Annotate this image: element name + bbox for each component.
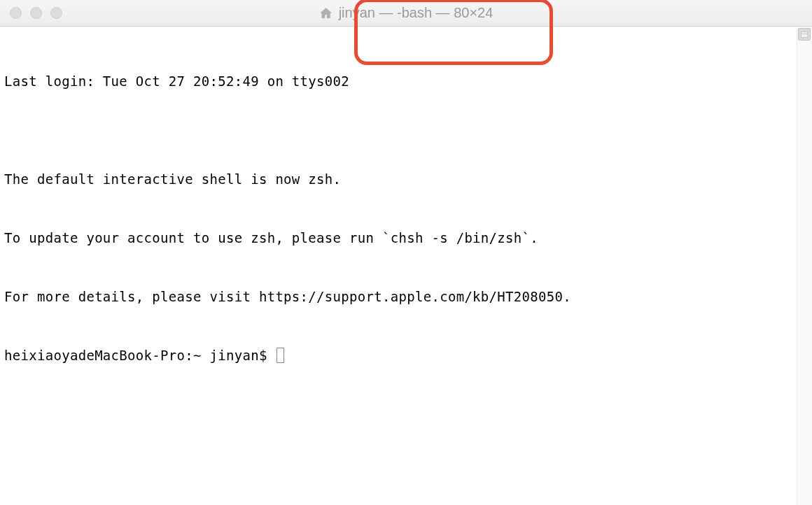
window-title-text: jinyan — -bash — 80×24 [339, 5, 493, 21]
cursor [276, 348, 284, 363]
prompt-line[interactable]: heixiaoyadeMacBook-Pro:~ jinyan$ [4, 346, 808, 365]
window-title: jinyan — -bash — 80×24 [319, 5, 493, 21]
close-window-button[interactable] [10, 7, 22, 19]
traffic-lights [0, 7, 62, 19]
terminal-output[interactable]: Last login: Tue Oct 27 20:52:49 on ttys0… [0, 27, 812, 505]
minimize-window-button[interactable] [30, 7, 42, 19]
zoom-window-button[interactable] [50, 7, 62, 19]
terminal-line: Last login: Tue Oct 27 20:52:49 on ttys0… [4, 71, 808, 91]
home-icon [319, 6, 333, 20]
scrollbar[interactable] [797, 27, 812, 505]
window-titlebar: jinyan — -bash — 80×24 [0, 0, 812, 27]
terminal-line: To update your account to use zsh, pleas… [4, 228, 808, 248]
terminal-line: For more details, please visit https://s… [4, 287, 808, 306]
prompt-text: heixiaoyadeMacBook-Pro:~ jinyan$ [4, 346, 275, 365]
scroll-indicator-icon[interactable] [798, 28, 811, 41]
terminal-line: The default interactive shell is now zsh… [4, 169, 808, 189]
